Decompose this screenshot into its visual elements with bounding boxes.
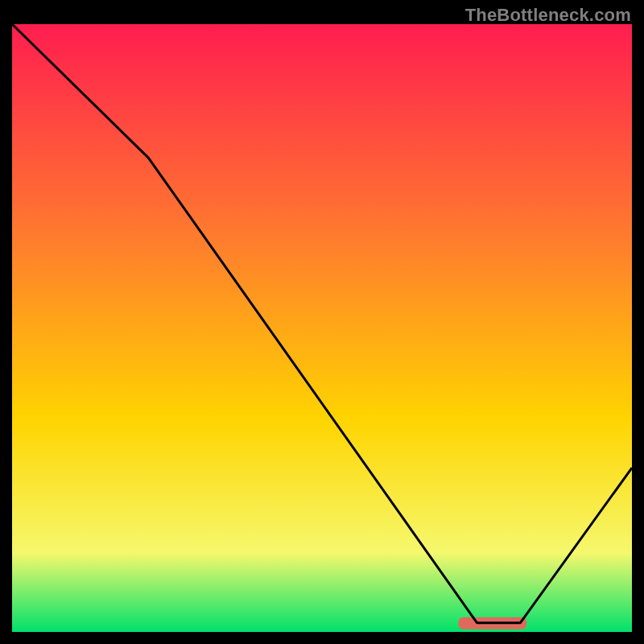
watermark-text: TheBottleneck.com <box>465 5 631 26</box>
chart-frame: TheBottleneck.com <box>0 0 644 644</box>
plot-area <box>12 24 632 632</box>
bottleneck-chart <box>12 24 632 632</box>
